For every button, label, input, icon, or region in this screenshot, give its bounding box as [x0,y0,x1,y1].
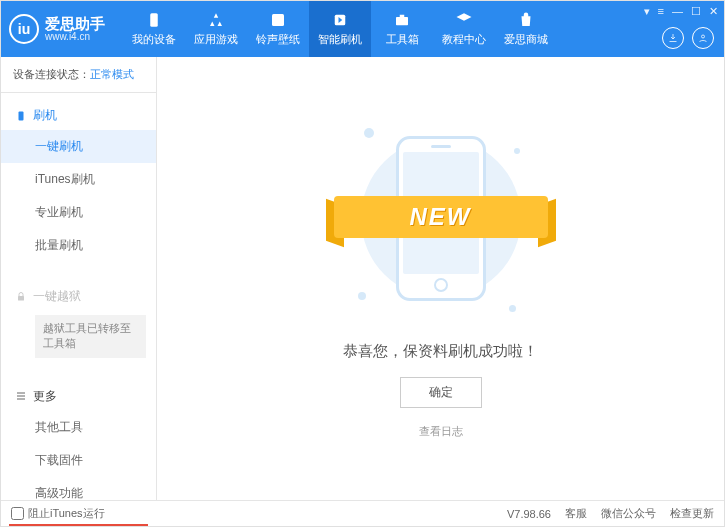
svg-rect-7 [18,296,24,301]
tutorial-icon [455,11,473,29]
nav-toolbox[interactable]: 工具箱 [371,1,433,57]
lang-icon[interactable]: ≡ [658,5,664,18]
svg-rect-4 [400,15,405,17]
nav-label: 我的设备 [132,32,176,47]
minimize-icon[interactable]: — [672,5,683,18]
wechat-link[interactable]: 微信公众号 [601,506,656,521]
app-logo: iu 爱思助手 www.i4.cn [9,14,105,44]
nav-label: 工具箱 [386,32,419,47]
svg-rect-1 [272,14,284,26]
nav-label: 智能刷机 [318,32,362,47]
sidebar-item-download-firmware[interactable]: 下载固件 [1,444,156,477]
nav-label: 爱思商城 [504,32,548,47]
close-icon[interactable]: ✕ [709,5,718,18]
user-button[interactable] [692,27,714,49]
store-icon [517,11,535,29]
nav-smart-flash[interactable]: 智能刷机 [309,1,371,57]
main-content: NEW 恭喜您，保资料刷机成功啦！ 确定 查看日志 [157,57,724,500]
nav-ringtones[interactable]: 铃声壁纸 [247,1,309,57]
logo-icon: iu [9,14,39,44]
nav-tutorials[interactable]: 教程中心 [433,1,495,57]
version-label: V7.98.66 [507,508,551,520]
sidebar-item-itunes-flash[interactable]: iTunes刷机 [1,163,156,196]
sidebar-item-pro-flash[interactable]: 专业刷机 [1,196,156,229]
top-nav: 我的设备 应用游戏 铃声壁纸 智能刷机 工具箱 教程中心 爱思商城 [123,1,557,57]
update-link[interactable]: 检查更新 [670,506,714,521]
sidebar-item-batch-flash[interactable]: 批量刷机 [1,229,156,262]
maximize-icon[interactable]: ☐ [691,5,701,18]
device-icon [145,11,163,29]
sidebar: 设备连接状态：正常模式 刷机 一键刷机 iTunes刷机 专业刷机 批量刷机 一… [1,57,157,500]
success-illustration: NEW [356,118,526,318]
apps-icon [207,11,225,29]
checkbox-stop-itunes[interactable]: 阻止iTunes运行 [11,506,105,521]
phone-icon [15,110,27,122]
list-icon [15,390,27,402]
ok-button[interactable]: 确定 [400,377,482,408]
svg-rect-6 [19,111,24,120]
sidebar-item-other-tools[interactable]: 其他工具 [1,411,156,444]
new-banner: NEW [334,196,548,238]
app-title: 爱思助手 [45,16,105,31]
svg-rect-0 [150,13,158,27]
sidebar-group-jailbreak: 一键越狱 [1,282,156,311]
toolbox-icon [393,11,411,29]
svg-rect-3 [396,17,408,25]
flash-icon [331,11,349,29]
svg-point-5 [702,35,705,38]
connection-status: 设备连接状态：正常模式 [1,57,156,93]
success-message: 恭喜您，保资料刷机成功啦！ [343,342,538,361]
menu-icon[interactable]: ▾ [644,5,650,18]
download-button[interactable] [662,27,684,49]
view-log-link[interactable]: 查看日志 [419,424,463,439]
sidebar-item-oneclick-flash[interactable]: 一键刷机 [1,130,156,163]
sidebar-group-flash[interactable]: 刷机 [1,101,156,130]
app-url: www.i4.cn [45,31,105,43]
nav-label: 铃声壁纸 [256,32,300,47]
sidebar-item-advanced[interactable]: 高级功能 [1,477,156,510]
sidebar-group-more[interactable]: 更多 [1,382,156,411]
nav-label: 应用游戏 [194,32,238,47]
nav-label: 教程中心 [442,32,486,47]
jailbreak-moved-note: 越狱工具已转移至工具箱 [35,315,146,358]
lock-icon [15,291,27,303]
nav-my-device[interactable]: 我的设备 [123,1,185,57]
ringtone-icon [269,11,287,29]
nav-apps[interactable]: 应用游戏 [185,1,247,57]
support-link[interactable]: 客服 [565,506,587,521]
nav-store[interactable]: 爱思商城 [495,1,557,57]
